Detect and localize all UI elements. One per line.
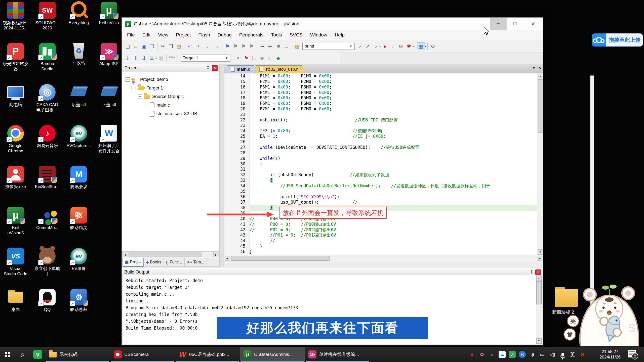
taskbar-pinned-app[interactable]: v [30, 347, 45, 362]
chevron-down-icon[interactable]: ▾ [379, 45, 381, 48]
paste-button[interactable]: ▤ [175, 42, 183, 50]
menu-tools[interactable]: Tools [267, 30, 286, 40]
nav-back-button[interactable]: ← [205, 42, 212, 50]
desktop-icon-jlc[interactable]: ↗嘉立创下单助 手 [32, 248, 63, 277]
desktop-icon-bambu[interactable]: ↗Bambu Studio [32, 43, 63, 72]
scroll-right-icon[interactable]: ▶ [213, 252, 219, 257]
desktop-icon-sw[interactable]: SW↗SOLIDWO... 2020 [32, 2, 63, 31]
menu-peripherals[interactable]: Peripherals [235, 30, 267, 40]
stop-build-button[interactable]: ▦ [157, 54, 165, 62]
desktop-icon-chrome[interactable]: ↗Google Chrome [0, 125, 31, 154]
monitor-tray-icon[interactable]: ▭ [539, 351, 546, 358]
close-button[interactable]: ✕ [523, 18, 543, 30]
workspace-tab-proj[interactable]: ▣Proj... [123, 258, 144, 266]
workspace-tab-func[interactable]: {}Func... [164, 258, 185, 266]
build-output-vscrollbar[interactable]: ▲ ▼ [536, 275, 542, 344]
menu-flash[interactable]: Flash [194, 30, 214, 40]
desktop-icon-alapp[interactable]: ≫↗Alapp-ISP [93, 43, 125, 66]
pin-icon[interactable]: ↧ [206, 65, 210, 71]
tab-list-dropdown-icon[interactable]: ▼ [532, 66, 536, 70]
breakpoint-disable-button[interactable]: ○ [389, 42, 397, 50]
editor-vscrollbar[interactable]: ▲ ▼ [537, 73, 543, 255]
desktop-icon-qzongcai[interactable]: ⚙↗驱动总裁 [63, 289, 94, 312]
flag-options-button[interactable]: ⚑ [243, 54, 250, 62]
security-check-tray-icon[interactable]: ✓ [509, 351, 516, 358]
taskbar-search-button[interactable]: ⌕ [15, 347, 30, 362]
menu-svcs[interactable]: SVCS [286, 30, 306, 40]
build-output-close-icon[interactable]: ✕ [535, 269, 541, 275]
workspace-tab-tem[interactable]: 0➜Tem... [185, 258, 207, 266]
target-combobox[interactable]: Target 1▼ [181, 55, 230, 62]
open-file-button[interactable]: ▱ [132, 42, 140, 50]
v-colorful-tray-icon[interactable]: V [468, 351, 475, 358]
desktop-icon-stl[interactable]: 下盖.stl [93, 84, 125, 107]
bookmark-next-button[interactable]: ⚑ [240, 42, 247, 50]
desktop-icon-folder[interactable]: 桌面 [0, 289, 31, 312]
redo-button[interactable]: ↷ [194, 42, 202, 50]
uncomment-selection-button[interactable]: ≣ [283, 42, 290, 50]
tab-close-icon[interactable]: ✕ [538, 66, 541, 70]
editor-tab-stc32_stc8_usb-h[interactable]: stc32_stc8_usb.h [255, 65, 303, 73]
window-layout-button[interactable]: ▦ [417, 42, 425, 50]
taskbar-clock[interactable]: 21:58:27 2024/11/26 [594, 347, 626, 362]
desktop-icon-stl[interactable]: 后盖.stl [63, 84, 94, 107]
comment-selection-button[interactable]: ≡ [275, 42, 282, 50]
desktop-icon-caxa[interactable]: ◎↗CAXA CAD 电子图板 ... [32, 84, 63, 113]
scroll-down-icon[interactable]: ▼ [538, 249, 543, 255]
start-button[interactable] [0, 347, 15, 362]
diamond-tool-light-button[interactable]: ◇ [267, 54, 274, 62]
build-target-button[interactable]: ⇓ [132, 54, 140, 62]
project-panel-hscrollbar[interactable]: ◀ ▶ [122, 251, 219, 258]
new-file-button[interactable]: ▢ [124, 42, 132, 50]
nav-forward-button[interactable]: → [213, 42, 220, 50]
desktop-icon-meeting[interactable]: M↗腾讯会议 [63, 166, 94, 189]
desktop-icon-qudong[interactable]: 驱↗驱动精灵 [63, 207, 94, 230]
bookmark-clear-button[interactable]: ⚑ [248, 42, 255, 50]
collapse-icon[interactable]: − [138, 95, 142, 99]
minimize-button[interactable]: ─ [490, 18, 507, 30]
desktop-icon-recycle[interactable]: ♻回收站 [63, 43, 94, 65]
desktop-icon-keil[interactable]: µ↗Keil uVision5 [0, 207, 31, 236]
taskbar-button-wps[interactable]: W05C语言基础.pptx... [175, 347, 240, 362]
menu-file[interactable]: File [123, 30, 139, 40]
chevron-down-icon[interactable]: ▾ [425, 45, 426, 48]
desktop-icon-vscode[interactable]: VS↗Visual Studio Code [0, 248, 31, 277]
speaker-tray-icon[interactable]: ◁) [549, 351, 556, 358]
scroll-down-icon[interactable]: ▼ [536, 338, 542, 344]
usb-device-tray-icon[interactable]: ψ [529, 351, 536, 358]
maximize-button[interactable]: □ [507, 18, 523, 30]
scroll-up-icon[interactable]: ▲ [536, 276, 542, 281]
menu-view[interactable]: View [154, 30, 172, 40]
save-button[interactable]: ▣ [140, 42, 148, 50]
code-editor[interactable]: 1415161718192021222324252627282930313233… [224, 73, 543, 255]
taskbar-button-keil[interactable]: µC:\Users\Adminis... [240, 347, 305, 362]
menu-window[interactable]: Window [306, 30, 331, 40]
title-bar[interactable]: µ C:\Users\Administrator\Desktop\05.C语言基… [122, 18, 543, 30]
panel-splitter[interactable] [220, 64, 224, 267]
desktop-icon-camera[interactable]: ↗摄像头.exe [0, 166, 31, 189]
copy-tool-button[interactable]: ❏ [251, 54, 258, 62]
taskbar-button-folder[interactable]: 示例代码 [45, 347, 110, 362]
netdisk-cloud-tray-icon[interactable]: ☁ [499, 351, 506, 358]
workspace-tab-books[interactable]: ◆Books [144, 258, 164, 266]
desktop-icon-ev[interactable]: ev↗EV录屏 [63, 248, 94, 271]
scroll-left-icon[interactable]: ◀ [225, 256, 230, 261]
breakpoint-kill-all-button[interactable]: ✱ [405, 42, 413, 50]
sogou-tray-icon[interactable]: S [579, 351, 586, 358]
rebuild-target-button[interactable]: ⇊ [140, 54, 148, 62]
download-load-button[interactable]: LOAD↓ [168, 54, 177, 62]
tree-item-project-demo[interactable]: −Project: demo [122, 75, 219, 84]
copy-button[interactable]: ❐ [167, 42, 175, 50]
expand-icon[interactable]: + [144, 103, 148, 107]
bookmark-toggle-button[interactable]: ⚑ [224, 42, 231, 50]
menu-debug[interactable]: Debug [214, 30, 235, 40]
desktop-icon-wdoc[interactable]: W↗郑州润丁产 硬件开发合 [93, 125, 125, 154]
desktop-icon-qq[interactable]: ↗QQ [32, 289, 63, 312]
ime-skin-badge[interactable] [564, 328, 576, 341]
action-center-button[interactable]: 2 [628, 350, 636, 357]
cut-button[interactable]: ✂ [159, 42, 167, 50]
indent-button[interactable]: ⇥ [259, 42, 266, 50]
desktop-icon-pc[interactable]: 此电脑 [0, 84, 31, 107]
bluetooth-tray-icon[interactable]: B [519, 351, 526, 358]
bookmark-prev-button[interactable]: ⚑ [232, 42, 239, 50]
